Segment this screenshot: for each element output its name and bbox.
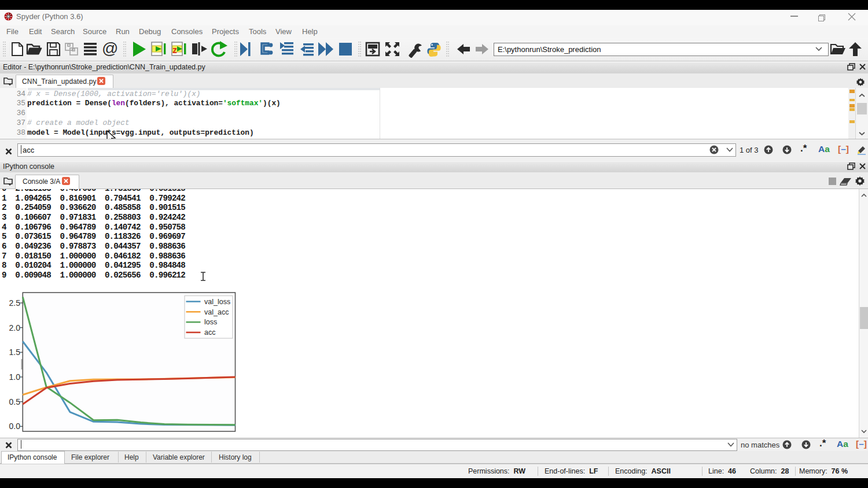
svg-text:val_acc: val_acc [204,308,229,316]
svg-text:@: @ [102,39,118,57]
svg-text:acc: acc [204,328,215,337]
svg-text:1.5: 1.5 [9,347,21,357]
svg-text:1.0: 1.0 [9,372,21,382]
svg-text:val_loss: val_loss [204,298,230,306]
svg-text:z: z [172,45,177,55]
svg-text:0.0: 0.0 [9,422,21,431]
svg-text:0.5: 0.5 [9,397,21,406]
svg-text:loss: loss [204,318,217,326]
svg-text:2.5: 2.5 [9,298,21,308]
svg-text:2.0: 2.0 [9,323,21,332]
